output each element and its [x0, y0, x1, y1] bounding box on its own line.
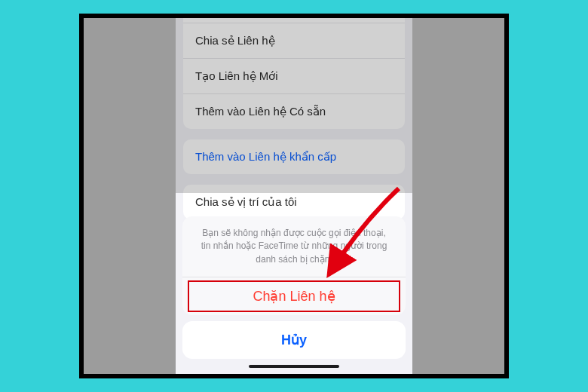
cancel-button[interactable]: Hủy [182, 321, 406, 359]
action-sheet-message: Bạn sẽ không nhận được cuộc gọi điện tho… [182, 216, 406, 277]
row-add-to-existing-contact[interactable]: Thêm vào Liên hệ Có sẵn [183, 94, 405, 129]
cancel-label: Hủy [281, 332, 307, 348]
block-contact-label: Chặn Liên hệ [253, 289, 335, 304]
row-add-emergency-contact[interactable]: Thêm vào Liên hệ khẩn cấp [183, 139, 405, 174]
phone-screen: Chia sẻ Liên hệ Tạo Liên hệ Mới Thêm vào… [176, 18, 412, 374]
action-sheet-card: Bạn sẽ không nhận được cuộc gọi điện tho… [182, 216, 406, 315]
list-group-main: Chia sẻ Liên hệ Tạo Liên hệ Mới Thêm vào… [183, 18, 405, 129]
row-share-my-location[interactable]: Chia sẻ vị trí của tôi [183, 185, 405, 219]
row-share-contact[interactable]: Chia sẻ Liên hệ [183, 23, 405, 59]
action-sheet: Bạn sẽ không nhận được cuộc gọi điện tho… [176, 216, 412, 374]
block-contact-button[interactable]: Chặn Liên hệ [182, 277, 406, 315]
home-indicator[interactable] [249, 365, 339, 368]
list-group-emergency: Thêm vào Liên hệ khẩn cấp [183, 139, 405, 174]
list-group-location: Chia sẻ vị trí của tôi [183, 185, 405, 219]
screenshot-frame-outer: Chia sẻ Liên hệ Tạo Liên hệ Mới Thêm vào… [79, 14, 509, 378]
screenshot-frame-inner: Chia sẻ Liên hệ Tạo Liên hệ Mới Thêm vào… [84, 18, 504, 374]
contact-settings-background: Chia sẻ Liên hệ Tạo Liên hệ Mới Thêm vào… [176, 18, 412, 230]
list-row-partial-top [183, 18, 405, 23]
row-create-new-contact[interactable]: Tạo Liên hệ Mới [183, 59, 405, 94]
